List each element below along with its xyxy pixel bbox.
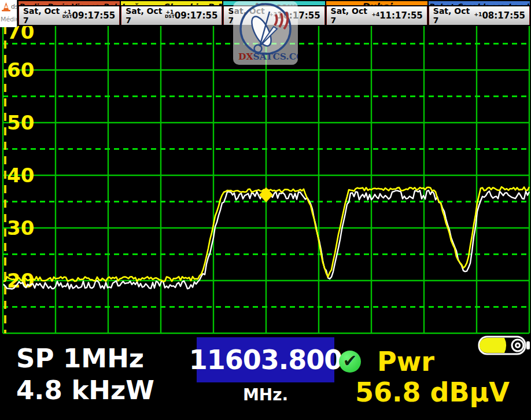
clock-panel-lucenec: Lučenec-Slovakia_R.Dávid Sat, Oct 7 +1DS… <box>120 0 222 26</box>
clock-panel-rabat: Rabat-Casablanca-London Sat, Oct 7 +1 08… <box>427 0 531 26</box>
clock-date: Sat, Oct 7 <box>331 6 372 25</box>
span-setting: SP 1MHz <box>16 343 144 374</box>
window-title-fragment: ds <box>11 3 17 10</box>
svg-text:40: 40 <box>7 164 34 187</box>
city-name: Berlin-Paris-Vienna-Belgrade <box>19 1 120 6</box>
svg-text:50: 50 <box>7 111 34 134</box>
utc-offset: +4 <box>371 12 379 17</box>
battery-icon <box>478 335 531 356</box>
clock-time: 09:17:55 <box>72 10 116 21</box>
city-name: Lučenec-Slovakia_R.Dávid <box>121 1 222 6</box>
city-name: Dubai <box>326 1 427 6</box>
frequency-value: 11603.800 <box>189 344 342 375</box>
clock-date: Sat, Oct 7 <box>433 6 474 25</box>
rbw-setting: 4.8 kHzW <box>16 375 154 406</box>
frequency-readout-box: 11603.800 <box>197 337 334 382</box>
vlc-cone-icon <box>1 2 11 12</box>
dst-flag: DST <box>165 14 175 19</box>
menu-item-media[interactable]: Médiu <box>1 16 17 23</box>
dst-flag: DST <box>62 14 72 19</box>
clock-panel-dubai: Dubai Sat, Oct 7 +4 11:17:55 <box>325 0 427 26</box>
power-label: Pwr <box>377 346 434 377</box>
check-icon: ✔ <box>339 351 361 373</box>
svg-text:30: 30 <box>7 216 34 240</box>
dxsatcs-watermark: DXSATCS.COM <box>233 1 298 65</box>
clock-time: 08:17:55 <box>482 10 525 21</box>
clock-date: Sat, Oct 7 <box>23 6 62 25</box>
city-name: Rabat-Casablanca-London <box>429 1 530 6</box>
clock-time: 11:17:55 <box>379 10 423 21</box>
svg-text:60: 60 <box>7 58 34 82</box>
vlc-window-fragment[interactable]: ds Médiu <box>0 0 17 27</box>
spectrum-chart: 706050403020 <box>0 26 531 335</box>
clock-date: Sat, Oct 7 <box>126 6 165 25</box>
clock-panel-berlin: Berlin-Paris-Vienna-Belgrade Sat, Oct 7 … <box>17 0 120 26</box>
svg-text:70: 70 <box>7 26 34 43</box>
utc-offset: +1 <box>474 12 482 17</box>
frequency-unit: MHz. <box>197 385 334 404</box>
analyzer-screen: 706050403020 ds Médiu Berlin-Paris-Vienn… <box>0 0 531 420</box>
logo-text: DXSATCS.COM <box>238 51 298 62</box>
clock-time: 09:17:55 <box>175 10 218 21</box>
power-value: 56.8 dBµV <box>355 377 510 408</box>
